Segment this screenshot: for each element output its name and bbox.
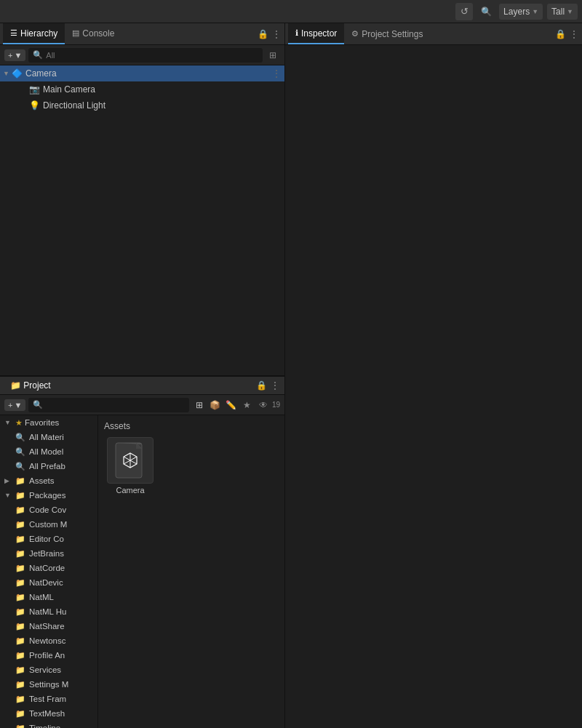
sidebar-item-all-models[interactable]: 🔍 All Model <box>0 444 97 459</box>
project-eye-icon[interactable]: 👁 <box>256 398 271 412</box>
sidebar-item-textmesh[interactable]: 📁 TextMesh <box>0 706 97 721</box>
assets-label: Assets <box>29 476 55 485</box>
add-arrow: ▼ <box>14 51 22 60</box>
tab-inspector[interactable]: ℹ Inspector <box>288 23 344 44</box>
sidebar-item-packages[interactable]: ▼ 📁 Packages <box>0 488 97 503</box>
sidebar-item-all-materials[interactable]: 🔍 All Materi <box>0 430 97 444</box>
sidebar-item-assets[interactable]: ▶ 📁 Assets <box>0 473 97 488</box>
sidebar-item-newtonsc[interactable]: 📁 Newtonsc <box>0 633 97 648</box>
asset-grid: Camera <box>104 437 279 495</box>
all-models-label: All Model <box>29 447 63 456</box>
project-count-badge: 19 <box>272 401 280 409</box>
project-folder-icon: 📁 <box>10 380 21 391</box>
natdevic-folder-icon: 📁 <box>15 578 25 588</box>
layers-dropdown[interactable]: Layers ▼ <box>499 4 543 20</box>
project-grid-icon[interactable]: ⊞ <box>192 398 207 412</box>
console-tab-label: Console <box>82 28 114 39</box>
editor-co-label: Editor Co <box>29 535 64 543</box>
inspector-tab-bar: ℹ Inspector ⚙ Project Settings 🔒 ⋮ <box>285 23 582 45</box>
history-icon[interactable]: ↺ <box>455 3 473 20</box>
tree-item-camera[interactable]: ▼ 🔷 Camera ⋮ <box>0 65 284 81</box>
sidebar-item-natcorde[interactable]: 📁 NatCorde <box>0 561 97 575</box>
all-prefabs-label: All Prefab <box>29 462 65 471</box>
sidebar-item-natdevic[interactable]: 📁 NatDevic <box>0 575 97 590</box>
left-panel: ☰ Hierarchy ▤ Console 🔒 ⋮ + ▼ 🔍 ⊞ <box>0 23 285 728</box>
profile-an-folder-icon: 📁 <box>15 651 25 660</box>
project-add-button[interactable]: + ▼ <box>4 399 25 411</box>
sidebar-item-natml-hu[interactable]: 📁 NatML Hu <box>0 604 97 619</box>
console-tab-icon: ▤ <box>72 28 79 38</box>
natml-label: NatML <box>29 593 54 601</box>
favorites-star-icon: ★ <box>15 418 23 428</box>
tab-project-settings[interactable]: ⚙ Project Settings <box>344 23 430 44</box>
hierarchy-search-bar[interactable]: 🔍 <box>28 48 263 63</box>
code-cov-folder-icon: 📁 <box>15 505 25 515</box>
textmesh-label: TextMesh <box>29 709 65 718</box>
packages-arrow-icon: ▼ <box>4 492 13 499</box>
sidebar-item-jetbrains[interactable]: 📁 JetBrains <box>0 546 97 561</box>
hierarchy-tab-icon: ☰ <box>10 28 17 38</box>
editor-co-folder-icon: 📁 <box>15 535 25 544</box>
hierarchy-content: ▼ 🔷 Camera ⋮ 📷 Main Camera 💡 Directional… <box>0 65 284 375</box>
settings-m-folder-icon: 📁 <box>15 680 25 689</box>
project-tab-bar: 📁 Project 🔒 ⋮ <box>0 376 284 395</box>
natshare-folder-icon: 📁 <box>15 622 25 631</box>
sidebar-item-editor-co[interactable]: 📁 Editor Co <box>0 532 97 546</box>
project-tab-actions: 🔒 ⋮ <box>256 380 280 391</box>
asset-item-camera[interactable]: Camera <box>104 437 156 495</box>
timeline-folder-icon: 📁 <box>15 724 25 729</box>
hierarchy-lock-icon[interactable]: 🔒 <box>258 29 268 39</box>
sidebar-item-custom-m[interactable]: 📁 Custom M <box>0 517 97 532</box>
inspector-more-icon[interactable]: ⋮ <box>569 28 579 40</box>
sidebar-item-settings-m[interactable]: 📁 Settings M <box>0 677 97 692</box>
services-label: Services <box>29 665 61 674</box>
sidebar-item-timeline[interactable]: 📁 Timeline <box>0 721 97 728</box>
add-button[interactable]: + ▼ <box>4 49 25 61</box>
hierarchy-search-input[interactable] <box>46 51 258 60</box>
sidebar-item-all-prefabs[interactable]: 🔍 All Prefab <box>0 459 97 473</box>
jetbrains-label: JetBrains <box>29 549 64 558</box>
packages-folder-icon: 📁 <box>15 491 25 500</box>
inspector-lock-icon[interactable]: 🔒 <box>555 29 566 39</box>
tab-console[interactable]: ▤ Console <box>65 23 121 44</box>
project-star-icon[interactable]: ★ <box>240 398 255 412</box>
project-tab-label: Project <box>23 380 50 391</box>
project-search-bar[interactable]: 🔍 <box>28 398 189 412</box>
project-settings-tab-icon: ⚙ <box>351 29 359 39</box>
global-search-icon[interactable]: 🔍 <box>477 3 495 20</box>
sidebar-item-natshare[interactable]: 📁 NatShare <box>0 619 97 633</box>
project-package-icon[interactable]: 📦 <box>208 398 223 412</box>
tall-dropdown[interactable]: Tall ▼ <box>547 4 578 20</box>
project-search-input[interactable] <box>46 401 185 409</box>
hierarchy-more-icon[interactable]: ⋮ <box>271 28 282 40</box>
newtonsc-label: Newtonsc <box>29 636 66 645</box>
custom-m-label: Custom M <box>29 520 67 529</box>
project-toolbar: + ▼ 🔍 ⊞ 📦 ✏️ ★ 👁 19 <box>0 395 284 415</box>
main-layout: ☰ Hierarchy ▤ Console 🔒 ⋮ + ▼ 🔍 ⊞ <box>0 23 582 728</box>
sidebar-item-natml[interactable]: 📁 NatML <box>0 590 97 604</box>
tree-item-directional-light[interactable]: 💡 Directional Light <box>0 97 284 113</box>
sidebar-item-services[interactable]: 📁 Services <box>0 663 97 677</box>
camera-label: Camera <box>25 68 57 79</box>
project-more-icon[interactable]: ⋮ <box>270 380 280 391</box>
sidebar-item-test-fram[interactable]: 📁 Test Fram <box>0 692 97 706</box>
sidebar-item-profile-an[interactable]: 📁 Profile An <box>0 648 97 663</box>
tab-project[interactable]: 📁 Project <box>4 378 57 393</box>
inspector-tab-actions: 🔒 ⋮ <box>555 28 579 40</box>
right-panel: ℹ Inspector ⚙ Project Settings 🔒 ⋮ <box>285 23 582 728</box>
test-fram-label: Test Fram <box>29 695 66 703</box>
natcorde-label: NatCorde <box>29 564 65 572</box>
tree-item-main-camera[interactable]: 📷 Main Camera <box>0 81 284 97</box>
project-lock-icon[interactable]: 🔒 <box>256 380 267 391</box>
camera-more-icon[interactable]: ⋮ <box>271 68 282 79</box>
favorites-header[interactable]: ▼ ★ Favorites <box>0 415 97 430</box>
main-camera-icon: 📷 <box>29 84 40 95</box>
project-brush-icon[interactable]: ✏️ <box>224 398 239 412</box>
layers-arrow-icon: ▼ <box>532 8 538 15</box>
sidebar-item-code-cov[interactable]: 📁 Code Cov <box>0 503 97 517</box>
project-sidebar: ▼ ★ Favorites 🔍 All Materi 🔍 All Model <box>0 415 98 728</box>
tab-hierarchy[interactable]: ☰ Hierarchy <box>3 23 65 44</box>
timeline-label: Timeline <box>29 724 60 728</box>
hierarchy-options-icon[interactable]: ⊞ <box>266 48 280 63</box>
hierarchy-tab-bar: ☰ Hierarchy ▤ Console 🔒 ⋮ <box>0 23 284 45</box>
